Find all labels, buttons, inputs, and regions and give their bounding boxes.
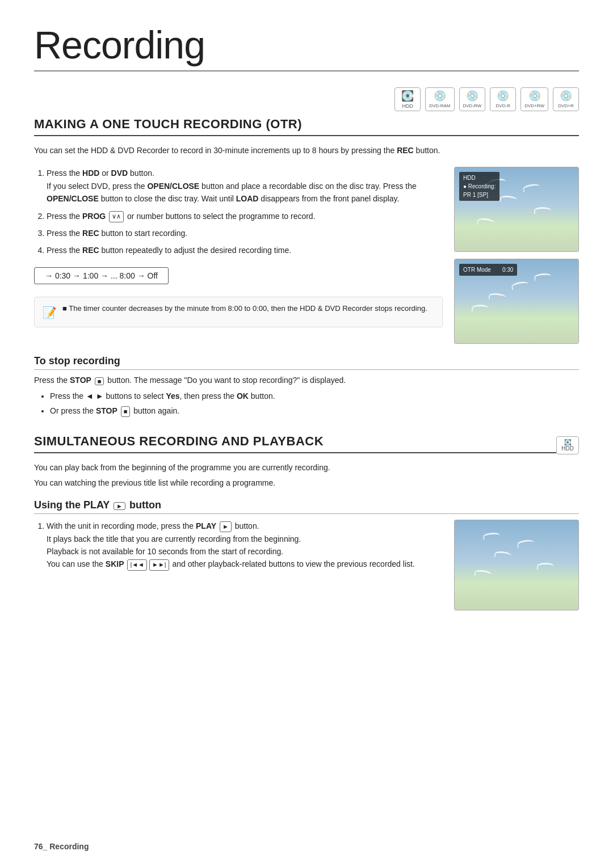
bird-8 [534, 273, 552, 281]
play-bird-1 [517, 539, 534, 548]
stop-bullet-2: Or press the STOP ■ button again. [50, 404, 579, 417]
play-bird-4 [537, 563, 554, 570]
recording-screenshot-2: OTR Mode 0:30 [454, 259, 579, 344]
stop-recording-title: To stop recording [34, 355, 579, 370]
play-screen-hdd-label: HDD [455, 610, 578, 610]
dvd-ram-icon: 💿 DVD-RAM [425, 87, 454, 111]
play-section-title: Using the PLAY ► button [34, 499, 579, 514]
section1-title: MAKING A ONE TOUCH RECORDING (OTR) [34, 117, 579, 136]
step-4: Press the REC button repeatedly to adjus… [47, 244, 443, 256]
hdd-icon: 💽 HDD [394, 87, 421, 111]
play-bird-5 [474, 569, 492, 578]
bird-7 [489, 293, 506, 301]
play-bird-2 [494, 551, 511, 559]
play-step-1: With the unit in recording mode, press t… [47, 520, 440, 571]
stop-recording-text: Press the STOP ■ button. The message "Do… [34, 376, 579, 385]
otr-sequence-box: → 0:30 → 1:00 → ... 8:00 → Off [34, 267, 169, 284]
device-icons-row: 💽 HDD 💿 DVD-RAM 💿 DVD-RW 💿 DVD-R 💿 DVD+R… [34, 87, 579, 111]
section2-title: SIMULTANEOUS RECORDING AND PLAYBACK [34, 434, 556, 453]
hdd-badge-label: HDD [561, 445, 574, 452]
step-1: Press the HDD or DVD button. If you sele… [47, 167, 443, 205]
section2-intro2: You can watching the previous title list… [34, 477, 579, 489]
stop-recording-bullets: Press the ◄ ► buttons to select Yes, the… [34, 390, 579, 418]
stop-recording-section: To stop recording Press the STOP ■ butto… [34, 355, 579, 417]
stop-bullet-1: Press the ◄ ► buttons to select Yes, the… [50, 390, 579, 402]
play-screenshot: HDD ► Play [454, 520, 579, 610]
screenshot-column: HDD ● Recording: PR 1 [SP] OTR Mode [454, 167, 579, 344]
page-title: Recording [34, 23, 579, 71]
section2-intro1: You can play back from the beginning of … [34, 461, 579, 474]
play-screen-overlay: HDD ► Play [455, 610, 578, 610]
screen2-time-label: 0:30 [502, 266, 513, 274]
hdd-badge: 💽 HDD [556, 436, 579, 454]
bird-2 [500, 195, 518, 204]
recording-screenshot-1: HDD ● Recording: PR 1 [SP] [454, 167, 579, 252]
bird-9 [472, 305, 489, 311]
play-bird-3 [483, 532, 501, 541]
page-footer: 76_ Recording [34, 842, 89, 851]
screen1-hdd-label: HDD [463, 174, 496, 182]
steps-list: Press the HDD or DVD button. If you sele… [34, 167, 443, 256]
screen1-recording-label: ● Recording: [463, 182, 496, 191]
dvd-plus-r-icon: 💿 DVD+R [553, 87, 579, 111]
play-steps-list: With the unit in recording mode, press t… [34, 520, 440, 575]
play-bird-scene [455, 520, 578, 610]
screen1-overlay: HDD ● Recording: PR 1 [SP] [459, 172, 499, 201]
dvd-r-icon: 💿 DVD-R [490, 87, 516, 111]
screen2-otr-label: OTR Mode [463, 266, 491, 274]
note-text: ■ The timer counter decreases by the min… [62, 303, 427, 314]
note-box: 📝 ■ The timer counter decreases by the m… [34, 297, 443, 327]
step-3: Press the REC button to start recording. [47, 227, 443, 239]
step-2: Press the PROG ∨∧ or number buttons to s… [47, 210, 443, 222]
screen1-pr-label: PR 1 [SP] [463, 191, 496, 199]
note-icon: 📝 [43, 304, 57, 321]
bird-4 [534, 207, 551, 214]
dvd-rw-icon: 💿 DVD-RW [459, 87, 486, 111]
bird-5 [477, 217, 494, 226]
section1-intro: You can set the HDD & DVD Recorder to re… [34, 144, 579, 157]
bird-6 [511, 281, 529, 290]
bird-1 [522, 183, 540, 193]
screen2-overlay: OTR Mode 0:30 [459, 264, 517, 276]
dvd-plus-rw-icon: 💿 DVD+RW [520, 87, 548, 111]
